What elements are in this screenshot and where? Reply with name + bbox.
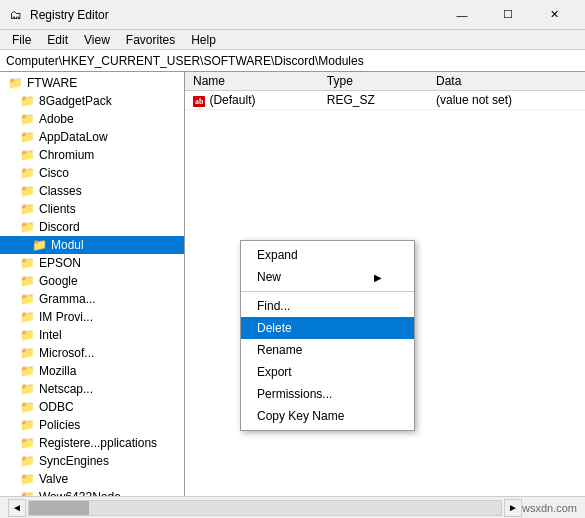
folder-icon: 📁 — [20, 220, 35, 234]
context-menu-item[interactable]: Export — [241, 361, 414, 383]
scroll-left[interactable]: ◄ — [8, 499, 26, 517]
folder-icon: 📁 — [20, 166, 35, 180]
tree-item[interactable]: 📁Chromium — [0, 146, 184, 164]
context-menu-item[interactable]: Expand — [241, 244, 414, 266]
tree-item[interactable]: 📁Mozilla — [0, 362, 184, 380]
table-row[interactable]: ab(Default)REG_SZ(value not set) — [185, 91, 585, 110]
menu-item-edit[interactable]: Edit — [39, 31, 76, 49]
context-menu-item[interactable]: Delete — [241, 317, 414, 339]
folder-icon: 📁 — [20, 328, 35, 342]
tree-item-label: SyncEngines — [39, 454, 109, 468]
folder-icon: 📁 — [20, 310, 35, 324]
scroll-right[interactable]: ► — [504, 499, 522, 517]
tree-item[interactable]: 📁8GadgetPack — [0, 92, 184, 110]
window-controls: — ☐ ✕ — [439, 0, 577, 30]
folder-icon: 📁 — [20, 436, 35, 450]
folder-icon: 📁 — [20, 364, 35, 378]
menu-item-view[interactable]: View — [76, 31, 118, 49]
tree-item[interactable]: 📁Classes — [0, 182, 184, 200]
tree-item[interactable]: 📁SyncEngines — [0, 452, 184, 470]
main-content: 📁FTWARE📁8GadgetPack📁Adobe📁AppDataLow📁Chr… — [0, 72, 585, 496]
menu-item-favorites[interactable]: Favorites — [118, 31, 183, 49]
scrollbar: ◄ ► wsxdn.com — [8, 499, 577, 517]
table-header: Type — [319, 72, 428, 91]
ctx-item-label: Expand — [257, 248, 298, 262]
context-separator — [241, 291, 414, 292]
window-title: Registry Editor — [30, 8, 439, 22]
context-menu-item[interactable]: New▶ — [241, 266, 414, 288]
tree-item[interactable]: 📁Google — [0, 272, 184, 290]
right-panel: NameTypeData ab(Default)REG_SZ(value not… — [185, 72, 585, 496]
tree-item-label: Netscap... — [39, 382, 93, 396]
status-text: wsxdn.com — [522, 502, 577, 514]
submenu-arrow-icon: ▶ — [374, 272, 382, 283]
menu-item-help[interactable]: Help — [183, 31, 224, 49]
address-path: Computer\HKEY_CURRENT_USER\SOFTWARE\Disc… — [6, 54, 364, 68]
context-menu: ExpandNew▶Find...DeleteRenameExportPermi… — [240, 240, 415, 431]
ctx-item-label: Permissions... — [257, 387, 332, 401]
tree-item-label: Modul — [51, 238, 84, 252]
context-menu-item[interactable]: Permissions... — [241, 383, 414, 405]
tree-item-label: ODBC — [39, 400, 74, 414]
cell-name: ab(Default) — [185, 91, 319, 110]
maximize-button[interactable]: ☐ — [485, 0, 531, 30]
tree-item[interactable]: 📁EPSON — [0, 254, 184, 272]
tree-item[interactable]: 📁Valve — [0, 470, 184, 488]
folder-icon: 📁 — [20, 472, 35, 486]
tree-item[interactable]: 📁Wow6432Node — [0, 488, 184, 496]
tree-item[interactable]: 📁IM Provi... — [0, 308, 184, 326]
tree-item[interactable]: 📁Clients — [0, 200, 184, 218]
tree-item[interactable]: 📁ODBC — [0, 398, 184, 416]
tree-item[interactable]: 📁Adobe — [0, 110, 184, 128]
folder-icon: 📁 — [8, 76, 23, 90]
tree-item[interactable]: 📁Modul — [0, 236, 184, 254]
title-bar: 🗂 Registry Editor — ☐ ✕ — [0, 0, 585, 30]
tree-item[interactable]: 📁AppDataLow — [0, 128, 184, 146]
folder-icon: 📁 — [20, 112, 35, 126]
context-menu-item[interactable]: Find... — [241, 295, 414, 317]
tree-item-label: Wow6432Node — [39, 490, 121, 496]
close-button[interactable]: ✕ — [531, 0, 577, 30]
menu-bar: FileEditViewFavoritesHelp — [0, 30, 585, 50]
minimize-button[interactable]: — — [439, 0, 485, 30]
ctx-item-label: Copy Key Name — [257, 409, 344, 423]
folder-icon: 📁 — [20, 418, 35, 432]
folder-icon: 📁 — [20, 274, 35, 288]
folder-icon: 📁 — [20, 400, 35, 414]
tree-item-label: Adobe — [39, 112, 74, 126]
tree-item-label: Registere...pplications — [39, 436, 157, 450]
tree-item[interactable]: 📁Microsof... — [0, 344, 184, 362]
tree-item-label: Mozilla — [39, 364, 76, 378]
context-menu-item[interactable]: Rename — [241, 339, 414, 361]
tree-item-label: Google — [39, 274, 78, 288]
tree-item[interactable]: 📁Gramma... — [0, 290, 184, 308]
folder-icon: 📁 — [20, 94, 35, 108]
tree-item[interactable]: 📁Intel — [0, 326, 184, 344]
folder-icon: 📁 — [32, 238, 47, 252]
tree-item-label: EPSON — [39, 256, 81, 270]
ctx-item-label: Export — [257, 365, 292, 379]
tree-item-label: Classes — [39, 184, 82, 198]
ctx-item-label: Rename — [257, 343, 302, 357]
tree-item[interactable]: 📁Policies — [0, 416, 184, 434]
menu-item-file[interactable]: File — [4, 31, 39, 49]
tree-item[interactable]: 📁FTWARE — [0, 74, 184, 92]
status-bar: ◄ ► wsxdn.com — [0, 496, 585, 518]
context-menu-item[interactable]: Copy Key Name — [241, 405, 414, 427]
ctx-item-label: Find... — [257, 299, 290, 313]
registry-table: NameTypeData ab(Default)REG_SZ(value not… — [185, 72, 585, 110]
folder-icon: 📁 — [20, 292, 35, 306]
tree-item[interactable]: 📁Netscap... — [0, 380, 184, 398]
tree-item[interactable]: 📁Cisco — [0, 164, 184, 182]
scroll-track[interactable] — [28, 500, 502, 516]
tree-item[interactable]: 📁Registere...pplications — [0, 434, 184, 452]
folder-icon: 📁 — [20, 454, 35, 468]
tree-list[interactable]: 📁FTWARE📁8GadgetPack📁Adobe📁AppDataLow📁Chr… — [0, 72, 184, 496]
app-icon: 🗂 — [8, 7, 24, 23]
tree-item-label: Cisco — [39, 166, 69, 180]
tree-item-label: AppDataLow — [39, 130, 108, 144]
tree-item[interactable]: 📁Discord — [0, 218, 184, 236]
cell-data: (value not set) — [428, 91, 585, 110]
folder-icon: 📁 — [20, 346, 35, 360]
folder-icon: 📁 — [20, 382, 35, 396]
